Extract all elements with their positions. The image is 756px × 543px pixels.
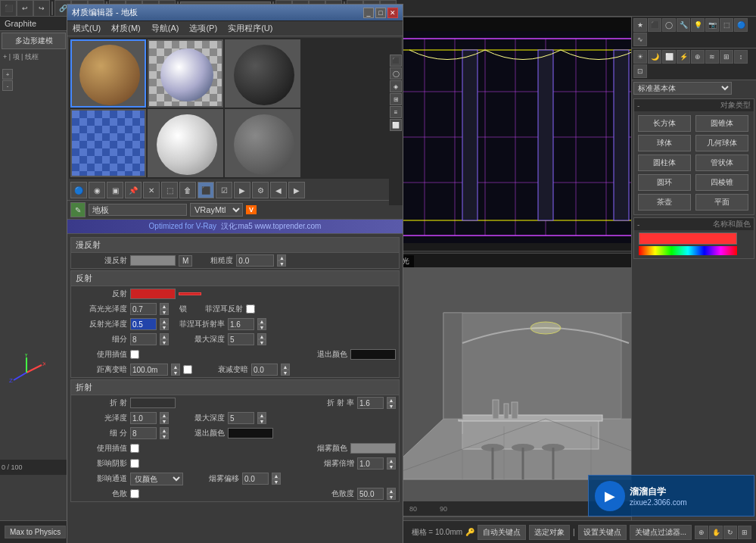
rp-btn-1[interactable]: ★	[633, 18, 647, 32]
reflect-gloss-up[interactable]: ▲	[160, 318, 169, 324]
obj-cone[interactable]: 圆锥体	[695, 115, 748, 132]
toolbar-icon-2[interactable]: ↩	[17, 0, 33, 17]
rp-btn-2[interactable]: ⬛	[648, 18, 661, 32]
toolbar-icon-1[interactable]: ⬛	[0, 0, 17, 17]
fog-mult-spinner[interactable]: ▲ ▼	[387, 457, 396, 470]
dim-fall-up[interactable]: ▲	[281, 364, 290, 370]
vid-btn[interactable]: ▶	[234, 182, 250, 198]
use-interp-check[interactable]	[130, 350, 139, 359]
dispersion-check[interactable]	[130, 489, 139, 498]
mat-preview-6[interactable]	[225, 109, 300, 177]
options-btn[interactable]: ⚙	[252, 182, 269, 198]
max-depth-up[interactable]: ▲	[257, 333, 266, 339]
show-bg-btn[interactable]: ☑	[216, 182, 232, 198]
fb-up[interactable]: ▲	[272, 473, 281, 479]
rp2-btn-5[interactable]: ⊕	[691, 50, 705, 64]
mat-preview-5[interactable]	[148, 109, 223, 177]
fog-color-box[interactable]	[350, 443, 396, 454]
vp-maximize-btn[interactable]: ⊞	[738, 526, 751, 539]
mat-menu-nav[interactable]: 导航(A)	[149, 22, 182, 35]
rp-btn-9[interactable]: ∿	[633, 33, 647, 46]
rg-up[interactable]: ▲	[160, 412, 169, 418]
set-key-btn[interactable]: 设置关键点	[578, 525, 627, 540]
subdivs-spinner[interactable]: ▲ ▼	[160, 333, 169, 345]
max-depth-input[interactable]	[228, 333, 254, 345]
highlight-spinner[interactable]: ▲ ▼	[160, 303, 169, 315]
fresnel-ior-down[interactable]: ▼	[257, 324, 266, 330]
rp2-btn-7[interactable]: ⊞	[720, 50, 733, 64]
delete-map-btn[interactable]: 🗑	[179, 182, 196, 198]
rs-up[interactable]: ▲	[160, 427, 169, 433]
dim-fall-down[interactable]: ▼	[281, 370, 290, 376]
fresnel-ior-up[interactable]: ▲	[257, 318, 266, 324]
pick-material-btn[interactable]: 🔵	[70, 182, 87, 198]
highlight-input[interactable]	[130, 303, 157, 315]
rp2-btn-8[interactable]: ↕	[734, 50, 748, 64]
dim-distance-spinner[interactable]: ▲ ▼	[171, 364, 180, 376]
auto-key-btn[interactable]: 自动关键点	[478, 525, 526, 540]
mat-side-btn-4[interactable]: ⊞	[390, 93, 402, 105]
rp-btn-7[interactable]: ⬚	[720, 18, 733, 32]
fog-bias-spinner[interactable]: ▲ ▼	[272, 473, 281, 485]
reflect-gloss-spinner[interactable]: ▲ ▼	[160, 318, 169, 330]
rp-btn-6[interactable]: 📷	[705, 18, 719, 32]
obj-pyramid[interactable]: 四棱锥	[695, 174, 748, 191]
max-depth-down[interactable]: ▼	[257, 339, 266, 345]
rmd-up[interactable]: ▲	[257, 412, 266, 418]
rp-btn-8[interactable]: 🔵	[734, 18, 748, 32]
obj-plane[interactable]: 平面	[695, 194, 748, 211]
max-depth-spinner[interactable]: ▲ ▼	[257, 333, 266, 345]
roughness-spinner[interactable]: ▲ ▼	[277, 254, 286, 267]
mat-side-btn-5[interactable]: ≡	[390, 106, 402, 118]
dim-enable-check[interactable]	[183, 365, 192, 374]
get-from-scene-btn[interactable]: ◉	[89, 182, 105, 198]
select-obj-btn[interactable]: 选定对象	[529, 525, 570, 540]
refract-gloss-input[interactable]	[130, 412, 157, 424]
refract-gloss-spinner[interactable]: ▲ ▼	[160, 412, 169, 424]
dim-distance-input[interactable]	[130, 364, 168, 376]
dispersion-spinner[interactable]: ▲ ▼	[387, 488, 396, 500]
dc-down[interactable]: ▼	[387, 494, 396, 500]
dim-dist-down[interactable]: ▼	[171, 370, 180, 376]
obj-sphere[interactable]: 球体	[638, 135, 691, 151]
mat-side-btn-6[interactable]: ⬜	[390, 119, 402, 131]
mat-type-select[interactable]: VRayMtl	[190, 203, 243, 217]
fresnel-check[interactable]	[246, 304, 255, 314]
rp2-btn-9[interactable]: ⊡	[633, 64, 647, 78]
obj-tube[interactable]: 管状体	[695, 154, 748, 171]
reflect-gloss-input[interactable]	[130, 318, 157, 330]
mat-maximize-btn[interactable]: □	[375, 8, 386, 18]
object-type-collapse[interactable]: -	[637, 101, 639, 110]
refract-subdivs-input[interactable]	[130, 427, 157, 439]
ior-spinner[interactable]: ▲ ▼	[387, 397, 396, 409]
fog-mult-input[interactable]	[357, 457, 384, 470]
color-picker-bar[interactable]	[639, 246, 737, 255]
subdivs-up[interactable]: ▲	[160, 333, 169, 339]
exit-color-box[interactable]	[350, 349, 396, 360]
rp2-btn-4[interactable]: ⚡	[677, 50, 690, 64]
rmd-down[interactable]: ▼	[257, 418, 266, 424]
fresnel-ior-spinner[interactable]: ▲ ▼	[257, 318, 266, 330]
mat-side-btn-1[interactable]: ⬛	[390, 55, 402, 67]
rp-btn-5[interactable]: 💡	[691, 18, 705, 32]
obj-cuboid[interactable]: 长方体	[638, 115, 691, 132]
mat-preview-4[interactable]	[70, 109, 146, 177]
left-view-btn-2[interactable]: -	[2, 80, 13, 91]
ior-down[interactable]: ▼	[387, 403, 396, 409]
obj-geosphere[interactable]: 几何球体	[695, 135, 748, 151]
rp2-btn-1[interactable]: ☀	[633, 50, 647, 64]
mat-side-btn-2[interactable]: ◯	[390, 67, 402, 80]
vp-pan-btn[interactable]: ✋	[709, 526, 723, 539]
roughness-input[interactable]	[236, 254, 274, 267]
vp-zoom-btn[interactable]: ⊕	[695, 526, 708, 539]
refract-color-box[interactable]	[130, 398, 176, 408]
dim-dist-up[interactable]: ▲	[171, 364, 180, 370]
ior-input[interactable]	[357, 397, 384, 409]
mat-minimize-btn[interactable]: _	[363, 8, 374, 18]
refract-maxdepth-spinner[interactable]: ▲ ▼	[257, 412, 266, 424]
name-color-collapse[interactable]: -	[637, 220, 639, 229]
roughness-down[interactable]: ▼	[277, 261, 286, 267]
refract-subdivs-spinner[interactable]: ▲ ▼	[160, 427, 169, 439]
fb-down[interactable]: ▼	[272, 479, 281, 485]
rp2-btn-2[interactable]: 🌙	[648, 50, 661, 64]
